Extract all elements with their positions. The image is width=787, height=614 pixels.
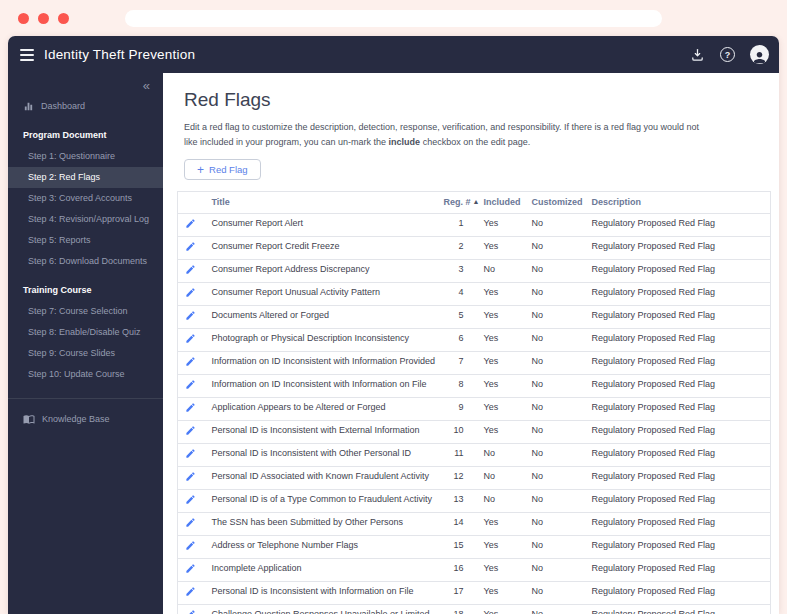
download-icon[interactable]: [690, 47, 705, 62]
red-flag-included: Yes: [476, 582, 524, 605]
edit-cell: [178, 467, 204, 490]
column-header-customized[interactable]: Customized: [524, 192, 584, 214]
edit-cell: [178, 237, 204, 260]
red-flag-included: Yes: [476, 559, 524, 582]
red-flag-description: Regulatory Proposed Red Flag: [584, 536, 771, 559]
edit-pencil-icon[interactable]: [185, 563, 196, 574]
column-header-description[interactable]: Description: [584, 192, 771, 214]
red-flag-customized: No: [524, 283, 584, 306]
red-flag-customized: No: [524, 237, 584, 260]
red-flag-customized: No: [524, 260, 584, 283]
edit-pencil-icon[interactable]: [185, 310, 196, 321]
red-flag-reg-number: 14: [436, 513, 476, 536]
edit-pencil-icon[interactable]: [185, 287, 196, 298]
window-zoom-button[interactable]: [58, 13, 69, 24]
red-flag-reg-number: 18: [436, 605, 476, 614]
edit-pencil-icon[interactable]: [185, 609, 196, 614]
edit-pencil-icon[interactable]: [185, 218, 196, 229]
red-flag-reg-number: 12: [436, 467, 476, 490]
red-flag-row: Personal ID is Inconsistent with Informa…: [178, 582, 771, 605]
sidebar-item-label: Step 3: Covered Accounts: [28, 193, 132, 204]
sidebar-item-step-4-revision-approval-log[interactable]: Step 4: Revision/Approval Log: [8, 209, 163, 230]
red-flag-row: Personal ID Associated with Known Fraudu…: [178, 467, 771, 490]
red-flag-title: Challenge Question Responses Unavailable…: [204, 605, 436, 614]
address-bar[interactable]: [125, 10, 662, 27]
dashboard-icon: [23, 101, 34, 112]
edit-cell: [178, 214, 204, 237]
window-close-button[interactable]: [18, 13, 29, 24]
red-flag-included: Yes: [476, 536, 524, 559]
user-avatar-icon[interactable]: [750, 45, 769, 64]
sidebar-item-step-6-download-documents[interactable]: Step 6: Download Documents: [8, 251, 163, 272]
column-header-included[interactable]: Included: [476, 192, 524, 214]
edit-cell: [178, 582, 204, 605]
red-flag-title: Information on ID Inconsistent with Info…: [204, 352, 436, 375]
red-flag-row: Documents Altered or Forged5YesNoRegulat…: [178, 306, 771, 329]
sidebar-item-step-10-update-course[interactable]: Step 10: Update Course: [8, 364, 163, 385]
red-flag-title: Consumer Report Unusual Activity Pattern: [204, 283, 436, 306]
column-header-title[interactable]: Title: [204, 192, 436, 214]
red-flag-row: Address or Telephone Number Flags15YesNo…: [178, 536, 771, 559]
sidebar-nav: DashboardProgram DocumentStep 1: Questio…: [8, 96, 163, 430]
edit-cell: [178, 306, 204, 329]
edit-pencil-icon[interactable]: [185, 471, 196, 482]
red-flag-reg-number: 9: [436, 398, 476, 421]
edit-pencil-icon[interactable]: [185, 379, 196, 390]
red-flag-description: Regulatory Proposed Red Flag: [584, 375, 771, 398]
add-red-flag-button[interactable]: +Red Flag: [184, 159, 261, 180]
help-icon[interactable]: ?: [720, 47, 735, 62]
edit-pencil-icon[interactable]: [185, 264, 196, 275]
red-flag-description: Regulatory Proposed Red Flag: [584, 559, 771, 582]
sidebar-item-knowledge-base[interactable]: Knowledge Base: [8, 408, 163, 430]
edit-pencil-icon[interactable]: [185, 356, 196, 367]
red-flag-title: Consumer Report Address Discrepancy: [204, 260, 436, 283]
red-flag-row: Personal ID is Inconsistent with Other P…: [178, 444, 771, 467]
sidebar-item-dashboard[interactable]: Dashboard: [8, 96, 163, 117]
menu-icon[interactable]: [20, 47, 34, 63]
edit-pencil-icon[interactable]: [185, 333, 196, 344]
edit-pencil-icon[interactable]: [185, 402, 196, 413]
red-flag-row: Application Appears to be Altered or For…: [178, 398, 771, 421]
red-flag-description: Regulatory Proposed Red Flag: [584, 283, 771, 306]
red-flag-reg-number: 6: [436, 329, 476, 352]
sidebar-item-label: Step 9: Course Slides: [28, 348, 115, 359]
sidebar-item-label: Step 1: Questionnaire: [28, 151, 115, 162]
edit-pencil-icon[interactable]: [185, 540, 196, 551]
red-flag-included: No: [476, 444, 524, 467]
red-flag-title: Consumer Report Credit Freeze: [204, 237, 436, 260]
sidebar-item-step-5-reports[interactable]: Step 5: Reports: [8, 230, 163, 251]
sidebar-item-step-9-course-slides[interactable]: Step 9: Course Slides: [8, 343, 163, 364]
red-flag-row: Information on ID Inconsistent with Info…: [178, 352, 771, 375]
sidebar-item-step-8-enable-disable-quiz[interactable]: Step 8: Enable/Disable Quiz: [8, 322, 163, 343]
red-flag-reg-number: 16: [436, 559, 476, 582]
page-description-line2-before: like included in your program, you can u…: [184, 137, 389, 147]
red-flag-reg-number: 4: [436, 283, 476, 306]
red-flags-table: Title Reg. #▲ Included Customized Descri…: [177, 191, 771, 614]
red-flag-title: Personal ID is Inconsistent with Externa…: [204, 421, 436, 444]
edit-pencil-icon[interactable]: [185, 586, 196, 597]
edit-pencil-icon[interactable]: [185, 517, 196, 528]
sidebar-collapse-icon[interactable]: «: [8, 78, 163, 96]
sidebar-item-step-3-covered-accounts[interactable]: Step 3: Covered Accounts: [8, 188, 163, 209]
edit-pencil-icon[interactable]: [185, 448, 196, 459]
edit-pencil-icon[interactable]: [185, 425, 196, 436]
red-flag-description: Regulatory Proposed Red Flag: [584, 444, 771, 467]
edit-pencil-icon[interactable]: [185, 241, 196, 252]
sidebar-item-label: Step 4: Revision/Approval Log: [28, 214, 149, 225]
column-header-edit: [178, 192, 204, 214]
column-header-reg-number[interactable]: Reg. #▲: [436, 192, 476, 214]
red-flag-description: Regulatory Proposed Red Flag: [584, 352, 771, 375]
book-icon: [23, 413, 35, 425]
sidebar-item-step-2-red-flags[interactable]: Step 2: Red Flags: [8, 167, 163, 188]
red-flag-title: Incomplete Application: [204, 559, 436, 582]
sidebar-item-step-7-course-selection[interactable]: Step 7: Course Selection: [8, 301, 163, 322]
page-description-include-word: include: [389, 137, 421, 147]
red-flag-row: Information on ID Inconsistent with Info…: [178, 375, 771, 398]
sidebar-section-program-document: Program Document: [8, 117, 163, 146]
red-flag-title: Documents Altered or Forged: [204, 306, 436, 329]
edit-pencil-icon[interactable]: [185, 494, 196, 505]
sidebar-item-step-1-questionnaire[interactable]: Step 1: Questionnaire: [8, 146, 163, 167]
red-flag-description: Regulatory Proposed Red Flag: [584, 329, 771, 352]
sort-ascending-icon: ▲: [473, 198, 480, 205]
window-minimize-button[interactable]: [38, 13, 49, 24]
